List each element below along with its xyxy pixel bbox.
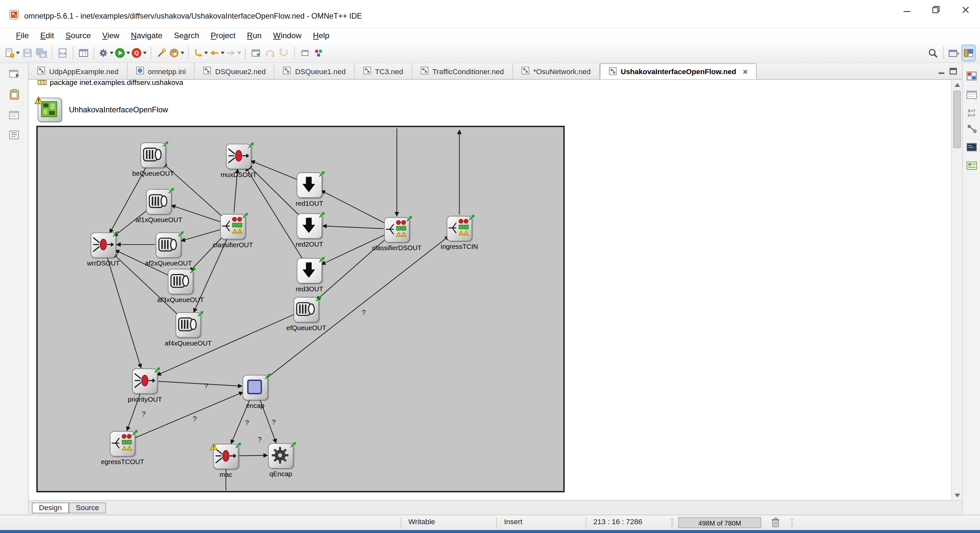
maximize-pane-icon[interactable]	[949, 65, 957, 77]
node-wrrDSOUT[interactable]: wrrDSOUT	[75, 233, 132, 267]
editor-tab-trafficconditioner-ned[interactable]: TrafficConditioner.ned	[412, 63, 513, 79]
scroll-up-arrow[interactable]	[952, 80, 962, 89]
dropdown-caret-icon[interactable]	[110, 51, 114, 54]
run-button[interactable]	[115, 45, 130, 61]
menu-project[interactable]: Project	[205, 30, 241, 41]
editor-pane-icon[interactable]	[8, 110, 19, 123]
minimize-pane-icon[interactable]	[938, 65, 945, 77]
tab-source[interactable]: Source	[69, 502, 106, 513]
node-qEncap[interactable]: qEncap	[252, 443, 309, 478]
editor-tab-udpappexample-ned[interactable]: UdpAppExample.ned	[29, 63, 127, 79]
minimize-button[interactable]	[892, 0, 921, 19]
package-declaration: package inet.examples.diffserv.ushakova	[38, 80, 183, 86]
restore-views-icon[interactable]	[8, 68, 20, 81]
palette-view-icon[interactable]	[966, 161, 977, 173]
editor-tab-dsqueue1-ned[interactable]: DSQueue1.ned	[275, 63, 355, 79]
open-perspective-button[interactable]	[947, 45, 960, 61]
last-edit-location-button[interactable]	[192, 45, 208, 61]
editor-tab-dsqueue2-ned[interactable]: DSQueue2.ned	[195, 63, 275, 79]
run-configurations-button[interactable]	[313, 45, 325, 61]
dropdown-caret-icon[interactable]	[16, 51, 20, 54]
warning-icon	[210, 441, 217, 453]
node-red1OUT[interactable]: red1OUT	[281, 172, 338, 207]
node-red2OUT[interactable]: red2OUT	[281, 213, 338, 248]
editor-vertical-scrollbar[interactable]	[951, 80, 962, 499]
console-view-icon[interactable]	[966, 142, 977, 155]
next-annotation-button[interactable]	[277, 45, 290, 61]
scrollbar-thumb[interactable]	[953, 91, 961, 148]
search-button[interactable]	[926, 45, 939, 61]
node-mac[interactable]: mac	[197, 444, 255, 479]
node-classifierOUT[interactable]: classifierOUT	[204, 214, 262, 249]
module-grid-icon[interactable]	[966, 71, 977, 84]
compound-module-header[interactable]: UhhakovaInterfaceOpenFlow	[38, 97, 168, 122]
tab-design[interactable]: Design	[32, 502, 69, 513]
menu-search[interactable]: Search	[168, 30, 205, 41]
menu-run[interactable]: Run	[241, 30, 267, 41]
clipboard-icon[interactable]	[8, 89, 19, 103]
dropdown-caret-icon[interactable]	[237, 51, 241, 54]
dropdown-caret-icon[interactable]	[126, 51, 130, 54]
xy-parameters-icon[interactable]: X=? Y=?	[967, 109, 975, 117]
node-af1xQueueOUT[interactable]: af1xQueueOUT	[130, 189, 188, 224]
status-grip[interactable]	[791, 519, 793, 527]
editor-tab-tc3-ned[interactable]: TC3.ned	[355, 63, 412, 79]
save-all-button[interactable]	[35, 45, 48, 61]
simulation-perspective-button[interactable]	[961, 45, 975, 61]
node-ingressTCIN[interactable]: ingressTCIN	[431, 216, 488, 251]
gate-arrow-icon	[289, 440, 297, 452]
status-grip[interactable]	[671, 519, 673, 527]
classifier-icon	[384, 217, 410, 243]
node-af2xQueueOUT[interactable]: af2xQueueOUT	[140, 233, 197, 267]
garbage-collect-button[interactable]	[771, 517, 780, 529]
dropdown-caret-icon[interactable]	[143, 51, 147, 54]
node-label: muxDSOUT	[210, 171, 267, 178]
binary-file-button[interactable]: 010	[56, 45, 69, 61]
menu-view[interactable]: View	[97, 30, 125, 41]
pin-editor-button[interactable]	[249, 45, 262, 61]
menu-window[interactable]: Window	[267, 30, 307, 41]
node-egressTCOUT[interactable]: egressTCOUT	[94, 431, 151, 466]
dropdown-caret-icon[interactable]	[221, 51, 224, 54]
menu-source[interactable]: Source	[60, 30, 97, 41]
palette-button[interactable]	[169, 45, 185, 61]
node-beQueueOUT[interactable]: beQueueOUT	[124, 142, 182, 177]
dropdown-caret-icon[interactable]	[180, 51, 185, 54]
scroll-down-arrow[interactable]	[952, 490, 962, 500]
module-canvas[interactable]: ???????beQueueOUTmuxDSOUTred1OUTaf1xQueu…	[36, 126, 565, 492]
debug-button[interactable]	[98, 45, 114, 61]
restore-button[interactable]	[921, 0, 951, 19]
outline-list-icon[interactable]	[8, 130, 19, 142]
node-encap[interactable]: encap	[226, 375, 284, 410]
editor-tab-ushakovainterfaceopenflow-ned[interactable]: UshakovaInterfaceOpenFlow.ned✕	[600, 63, 757, 79]
node-efQueueOUT[interactable]: efQueueOUT	[277, 297, 335, 332]
dropdown-caret-icon[interactable]	[204, 51, 208, 54]
properties-view-icon[interactable]	[966, 90, 977, 102]
node-priorityOUT[interactable]: priorityOUT	[116, 369, 173, 403]
graphical-ned-editor[interactable]: package inet.examples.diffserv.ushakova …	[29, 80, 962, 499]
menu-navigate[interactable]: Navigate	[125, 30, 169, 41]
gate-labels-icon[interactable]	[966, 124, 977, 136]
forward-button[interactable]	[226, 45, 241, 61]
node-red3OUT[interactable]: red3OUT	[281, 258, 338, 293]
menu-file[interactable]: File	[10, 30, 35, 41]
wand-button[interactable]	[155, 45, 168, 61]
node-af3xQueueOUT[interactable]: af3xQueueOUT	[152, 269, 209, 303]
menu-edit[interactable]: Edit	[35, 30, 60, 41]
connection-wrrDSOUT-priorityOUT[interactable]	[107, 257, 141, 368]
editor-tab-omnetpp-ini[interactable]: omnetpp.ini	[127, 63, 194, 79]
node-muxDSOUT[interactable]: muxDSOUT	[210, 144, 267, 178]
node-classifierDSOUT[interactable]: classifierDSOUT	[368, 217, 426, 252]
link-with-editor-button[interactable]	[299, 45, 311, 61]
editor-tab--osunetwork-ned[interactable]: *OsuNetwork.ned	[513, 63, 600, 79]
tab-close-button[interactable]: ✕	[743, 68, 748, 75]
qtenv-run-button[interactable]: Q	[132, 45, 147, 61]
previous-annotation-button[interactable]	[263, 45, 276, 61]
menu-help[interactable]: Help	[307, 30, 335, 41]
save-button[interactable]	[21, 45, 34, 61]
open-table-button[interactable]	[77, 45, 90, 61]
new-wizard-button[interactable]	[5, 45, 20, 61]
node-af4xQueueOUT[interactable]: af4xQueueOUT	[159, 312, 217, 347]
back-button[interactable]	[209, 45, 224, 61]
close-button[interactable]	[951, 0, 980, 19]
